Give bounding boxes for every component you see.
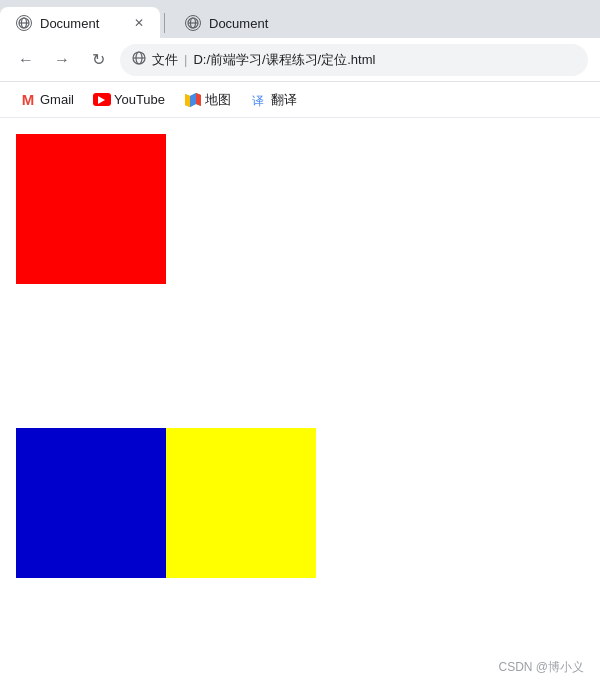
tab-active-label: Document: [40, 16, 99, 31]
red-box: [16, 134, 166, 284]
bookmark-translate[interactable]: 译 翻译: [243, 87, 305, 113]
translate-icon: 译: [251, 92, 267, 108]
refresh-button[interactable]: ↻: [84, 46, 112, 74]
address-path: D:/前端学习/课程练习/定位.html: [193, 51, 375, 69]
tab-inactive-globe-icon: [185, 15, 201, 31]
tab-divider: [164, 13, 165, 33]
svg-text:译: 译: [252, 94, 264, 108]
address-bar[interactable]: 文件 | D:/前端学习/课程练习/定位.html: [120, 44, 588, 76]
bookmark-translate-label: 翻译: [271, 91, 297, 109]
address-separator: |: [184, 52, 187, 67]
youtube-icon: [94, 92, 110, 108]
tab-close-button[interactable]: ✕: [134, 16, 144, 30]
watermark: CSDN @博小义: [498, 659, 584, 676]
blue-box: [16, 428, 166, 578]
tab-inactive-label: Document: [209, 16, 268, 31]
gmail-icon: M: [20, 92, 36, 108]
bookmark-youtube[interactable]: YouTube: [86, 88, 173, 112]
svg-marker-12: [196, 93, 201, 106]
bookmark-gmail-label: Gmail: [40, 92, 74, 107]
address-bar-row: ← → ↻ 文件 | D:/前端学习/课程练习/定位.html: [0, 38, 600, 82]
browser-chrome: Document ✕ Document ← → ↻: [0, 0, 600, 118]
svg-marker-10: [190, 93, 196, 107]
tab-inactive[interactable]: Document: [169, 7, 289, 39]
bookmark-gmail[interactable]: M Gmail: [12, 88, 82, 112]
bookmark-maps-label: 地图: [205, 91, 231, 109]
tab-globe-icon: [16, 15, 32, 31]
maps-icon: [185, 92, 201, 108]
svg-marker-11: [185, 94, 190, 107]
bookmark-maps[interactable]: 地图: [177, 87, 239, 113]
yellow-box: [166, 428, 316, 578]
address-prefix: 文件: [152, 51, 178, 69]
back-button[interactable]: ←: [12, 46, 40, 74]
bookmark-youtube-label: YouTube: [114, 92, 165, 107]
tab-active[interactable]: Document ✕: [0, 7, 160, 39]
forward-button[interactable]: →: [48, 46, 76, 74]
bookmarks-bar: M Gmail YouTube 地图: [0, 82, 600, 118]
address-secure-icon: [132, 51, 146, 69]
page-content: CSDN @博小义: [0, 118, 600, 688]
tab-bar: Document ✕ Document: [0, 0, 600, 38]
